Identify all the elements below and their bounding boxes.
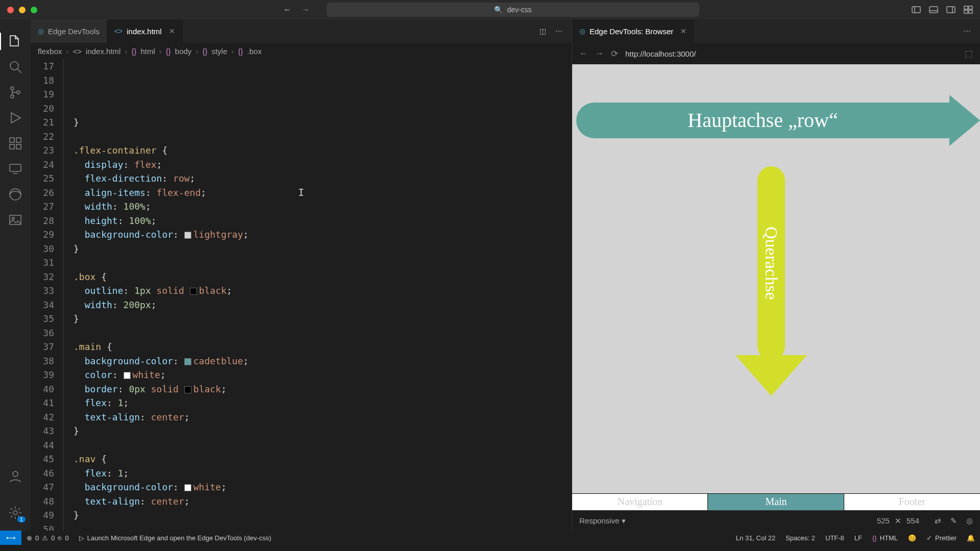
page-preview[interactable]: Hauptachse „row“ Querachse Navigation Ma… — [572, 64, 980, 510]
prettier-status[interactable]: ✓ Prettier — [921, 534, 962, 542]
device-toolbar: Responsive ▾ 525 ✕ 554 ⇄ ✎ ◎ — [572, 510, 980, 531]
svg-rect-7 — [969, 6, 972, 9]
close-window-button[interactable] — [7, 7, 14, 13]
svg-rect-18 — [16, 144, 21, 149]
times-icon: ✕ — [895, 516, 901, 525]
launch-task[interactable]: ▷ Launch Microsoft Edge and open the Edg… — [74, 534, 277, 542]
panel-right-icon[interactable] — [946, 5, 955, 14]
inspect-button[interactable]: ⬚ — [965, 48, 973, 59]
port-icon: ⎋ — [58, 534, 62, 542]
tab-index-html[interactable]: <> index.html ✕ — [107, 19, 183, 43]
maximize-window-button[interactable] — [31, 7, 37, 13]
svg-point-14 — [17, 91, 20, 94]
arrow-right-head-icon — [949, 95, 980, 146]
remote-button[interactable]: ⟷ — [0, 531, 21, 545]
crumb[interactable]: body — [175, 47, 192, 56]
more-actions-button[interactable]: ⋯ — [555, 27, 562, 35]
svg-rect-6 — [964, 6, 968, 9]
cursor-position[interactable]: Ln 31, Col 22 — [731, 534, 780, 542]
tab-label: Edge DevTools: Browser — [590, 27, 673, 36]
rotate-button[interactable]: ⇄ — [935, 516, 941, 525]
vertical-arrow: Querachse — [736, 166, 807, 396]
play-icon: ▷ — [79, 534, 84, 542]
more-actions-button[interactable]: ⋯ — [964, 27, 971, 35]
horizontal-arrow: Hauptachse „row“ — [572, 95, 980, 146]
brace-icon: {} — [166, 47, 171, 56]
back-button[interactable]: ← — [579, 48, 588, 59]
close-tab-button[interactable]: ✕ — [169, 27, 175, 35]
html-file-icon: <> — [73, 47, 82, 56]
browser-panel: ◎ Edge DevTools: Browser ✕ ⋯ ← → ⟳ http:… — [572, 19, 980, 531]
svg-marker-26 — [949, 95, 980, 146]
svg-rect-0 — [912, 7, 920, 13]
panel-left-icon[interactable] — [912, 5, 921, 14]
panel-bottom-icon[interactable] — [929, 5, 938, 14]
remote-explorer-view[interactable] — [0, 156, 31, 182]
emulate-button[interactable]: ◎ — [966, 516, 973, 525]
url-field[interactable]: http://localhost:3000/ — [625, 49, 696, 58]
tab-label: index.html — [127, 27, 161, 36]
viewport-height[interactable]: 554 — [906, 516, 919, 525]
svg-point-25 — [13, 511, 17, 515]
svg-rect-2 — [929, 7, 938, 13]
svg-rect-8 — [964, 10, 968, 13]
edge-icon: ◎ — [38, 27, 44, 35]
breadcrumb[interactable]: flexbox› <> index.html› {} html› {} body… — [31, 43, 572, 59]
layout-grid-icon[interactable] — [964, 5, 973, 14]
brace-icon: {} — [131, 47, 136, 56]
svg-line-11 — [17, 69, 21, 73]
live-share-icon[interactable]: 😊 — [903, 534, 921, 542]
search-icon: 🔍 — [494, 6, 503, 14]
html-file-icon: <> — [114, 27, 122, 35]
code-lines[interactable]: 𝙸 } .flex-container { display: flex; fle… — [74, 59, 572, 531]
image-preview-view[interactable] — [0, 207, 31, 233]
editor-tabs: ◎ Edge DevTools <> index.html ✕ ◫ ⋯ — [31, 19, 572, 43]
back-button[interactable]: ← — [283, 5, 291, 14]
edge-icon: ◎ — [579, 27, 585, 35]
code-editor[interactable]: 1718192021222324252627282930313233343536… — [31, 59, 572, 531]
demo-footer: Footer — [844, 494, 980, 510]
encoding[interactable]: UTF-8 — [820, 534, 849, 542]
notifications-button[interactable]: 🔔 — [962, 534, 980, 542]
crumb[interactable]: .box — [247, 47, 261, 56]
crumb[interactable]: html — [140, 47, 155, 56]
tab-browser[interactable]: ◎ Edge DevTools: Browser ✕ — [572, 19, 694, 43]
indent-setting[interactable]: Spaces: 2 — [780, 534, 820, 542]
demo-main: Main — [708, 494, 844, 510]
explorer-view[interactable] — [0, 29, 31, 54]
eol[interactable]: LF — [849, 534, 867, 542]
indent-guide — [63, 59, 74, 531]
close-tab-button[interactable]: ✕ — [680, 27, 687, 35]
svg-rect-4 — [947, 7, 955, 13]
device-mode-select[interactable]: Responsive ▾ — [579, 516, 626, 525]
text-cursor-icon: 𝙸 — [298, 186, 304, 200]
split-editor-button[interactable]: ◫ — [540, 27, 546, 35]
edge-devtools-view[interactable] — [0, 182, 31, 207]
edit-button[interactable]: ✎ — [950, 516, 957, 525]
settings-button[interactable]: 1 — [0, 500, 31, 525]
viewport-width[interactable]: 525 — [877, 516, 890, 525]
minimize-window-button[interactable] — [19, 7, 26, 13]
accounts-button[interactable] — [0, 463, 31, 489]
source-control-view[interactable] — [0, 80, 31, 105]
side-tabs: ◎ Edge DevTools: Browser ✕ ⋯ — [572, 19, 980, 43]
activity-bar: 1 — [0, 19, 31, 531]
crumb[interactable]: index.html — [86, 47, 120, 56]
tab-edge-devtools[interactable]: ◎ Edge DevTools — [31, 19, 107, 43]
crumb[interactable]: style — [211, 47, 227, 56]
problems-button[interactable]: ⊗0 ⚠0 ⎋0 — [21, 534, 74, 542]
forward-button[interactable]: → — [595, 48, 604, 59]
reload-button[interactable]: ⟳ — [611, 48, 618, 59]
svg-point-12 — [11, 87, 14, 90]
search-view[interactable] — [0, 54, 31, 80]
svg-rect-15 — [10, 138, 14, 142]
crumb[interactable]: flexbox — [38, 47, 62, 56]
editor-area: ◎ Edge DevTools <> index.html ✕ ◫ ⋯ flex… — [31, 19, 572, 531]
language-mode[interactable]: {} HTML — [867, 534, 903, 542]
history-nav: ← → — [283, 5, 310, 14]
extensions-view[interactable] — [0, 131, 31, 156]
browser-toolbar: ← → ⟳ http://localhost:3000/ ⬚ — [572, 43, 980, 64]
command-center[interactable]: 🔍 dev-css — [327, 3, 699, 17]
run-debug-view[interactable] — [0, 105, 31, 131]
forward-button[interactable]: → — [302, 5, 310, 14]
